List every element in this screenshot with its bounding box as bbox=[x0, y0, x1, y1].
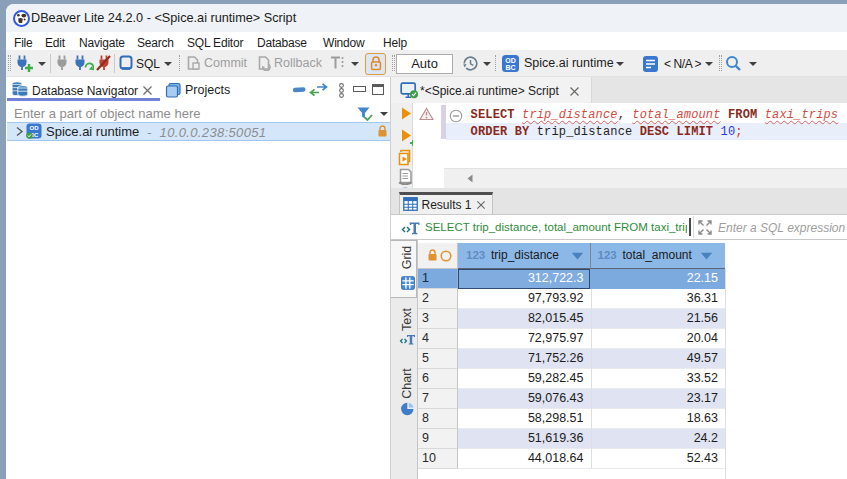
svg-text:OD: OD bbox=[30, 125, 40, 131]
svg-text:BC: BC bbox=[505, 64, 515, 71]
svg-text:OD: OD bbox=[505, 57, 516, 64]
